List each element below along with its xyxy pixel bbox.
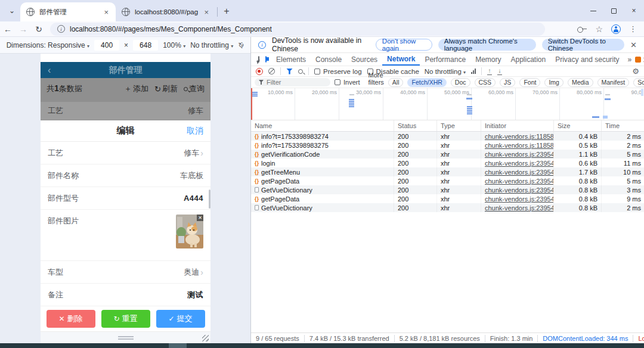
tab-memory[interactable]: Memory: [470, 53, 506, 66]
network-overview-timeline[interactable]: 10,000 ms 20,000 ms 30,000 ms 40,000 ms …: [251, 88, 644, 120]
tab-application[interactable]: Application: [506, 53, 550, 66]
tab-sources[interactable]: Sources: [346, 53, 382, 66]
type-pill-js[interactable]: JS: [500, 78, 515, 87]
table-row[interactable]: {}getPageData 200 xhr chunk-vendors.js:2…: [251, 176, 644, 185]
tab-elements[interactable]: Elements: [271, 53, 311, 66]
tab-close-icon[interactable]: ×: [203, 8, 210, 17]
tab-performance[interactable]: Performance: [420, 53, 470, 66]
type-pill-media[interactable]: Media: [568, 78, 593, 87]
back-button[interactable]: ←: [0, 24, 16, 34]
table-row[interactable]: {}getTreeMenu 200 xhr chunk-vendors.js:2…: [251, 167, 644, 176]
search-button[interactable]: 查询: [184, 83, 205, 94]
col-initiator[interactable]: Initiator: [481, 120, 554, 131]
tab-privacy-security[interactable]: Privacy and security: [550, 53, 624, 66]
network-search-icon[interactable]: [298, 69, 303, 74]
record-icon[interactable]: [256, 68, 263, 75]
col-name[interactable]: Name: [251, 120, 394, 131]
browser-tab-active[interactable]: 部件管理 ×: [20, 2, 116, 21]
remove-image-icon[interactable]: ✕: [197, 215, 203, 221]
network-settings-gear-icon[interactable]: ⚙: [632, 67, 639, 76]
infobar-close-icon[interactable]: ✕: [630, 41, 637, 49]
initiator-link[interactable]: chunk-vendors.js:23954: [485, 187, 554, 194]
type-pill-manifest[interactable]: Manifest: [597, 78, 630, 87]
resize-grip-icon[interactable]: [202, 335, 209, 341]
initiator-link[interactable]: chunk-vendors.js:23954: [485, 169, 554, 176]
dont-show-again-button[interactable]: Don't show again: [376, 39, 432, 51]
table-row[interactable]: {}login 200 xhr chunk-vendors.js:23954 0…: [251, 159, 644, 167]
export-har-icon[interactable]: ↓: [497, 68, 502, 75]
clear-icon[interactable]: [268, 68, 275, 74]
drag-handle[interactable]: [118, 336, 134, 340]
initiator-link[interactable]: chunk-vendors.js:23954: [485, 204, 554, 212]
browser-menu-icon[interactable]: ⋮: [629, 24, 637, 33]
browser-tab-inactive[interactable]: localhost:8080/#/pages/men ×: [116, 2, 216, 21]
table-row[interactable]: {}info?t=1753398983275 200 xhr chunk-ven…: [251, 141, 644, 150]
tab-network[interactable]: Network: [382, 53, 420, 66]
site-info-icon[interactable]: i: [57, 25, 65, 33]
inspect-element-icon[interactable]: [258, 56, 259, 63]
device-toolbar-menu-icon[interactable]: ⋮: [238, 41, 246, 49]
cancel-link[interactable]: 取消: [187, 126, 203, 136]
network-conditions-icon[interactable]: [471, 69, 476, 74]
new-tab-button[interactable]: +: [219, 4, 234, 19]
address-bar[interactable]: i localhost:8080/#/pages/mes/Mes_Compone…: [50, 23, 545, 36]
minimize-button[interactable]: [583, 0, 603, 21]
maximize-button[interactable]: [603, 0, 624, 21]
part-photo[interactable]: ✕: [176, 215, 203, 248]
throttling-select[interactable]: No throttling ▾: [190, 41, 233, 49]
forward-button[interactable]: →: [16, 24, 31, 34]
initiator-link[interactable]: chunk-vendors.js:23954: [485, 195, 554, 203]
bookmark-star-icon[interactable]: ☆: [595, 24, 603, 34]
field-remark[interactable]: 备注 测试: [41, 284, 210, 306]
dimensions-select[interactable]: Dimensions: Responsive ▾: [7, 41, 89, 49]
type-pill-font[interactable]: Font: [519, 78, 540, 87]
viewport-width-input[interactable]: [94, 40, 119, 51]
col-type[interactable]: Type: [437, 120, 481, 131]
table-row[interactable]: {}getPageData 200 xhr chunk-vendors.js:2…: [251, 194, 644, 203]
import-har-icon[interactable]: ↑: [487, 68, 492, 75]
col-size[interactable]: Size: [554, 120, 602, 131]
filter-input-wrap[interactable]: [255, 78, 330, 86]
field-part-model[interactable]: 部件型号 A444: [41, 187, 210, 210]
field-craft[interactable]: 工艺 修车›: [41, 142, 210, 164]
initiator-link[interactable]: chunk-vendors.js:11858: [485, 142, 554, 149]
initiator-link[interactable]: chunk-vendors.js:11858: [485, 133, 554, 140]
password-manager-icon[interactable]: [577, 27, 587, 32]
invert-checkbox[interactable]: Invert: [335, 79, 360, 86]
match-language-button[interactable]: Always match Chrome's language: [438, 39, 536, 51]
initiator-link[interactable]: chunk-vendors.js:23954: [485, 178, 554, 185]
type-pill-img[interactable]: Img: [544, 78, 564, 87]
zoom-select[interactable]: 100% ▾: [163, 41, 185, 49]
type-pill-fetch-xhr[interactable]: Fetch/XHR: [407, 78, 446, 87]
col-status[interactable]: Status: [394, 120, 437, 131]
initiator-link[interactable]: chunk-vendors.js:23954: [485, 160, 554, 167]
table-row[interactable]: GetVueDictionary 200 xhr chunk-vendors.j…: [251, 185, 644, 194]
col-time[interactable]: Time: [602, 120, 644, 131]
switch-to-chinese-button[interactable]: Switch DevTools to Chinese: [542, 39, 624, 51]
type-pill-css[interactable]: CSS: [475, 78, 496, 87]
throttling-dropdown[interactable]: No throttling ▾: [425, 68, 466, 75]
type-pill-doc[interactable]: Doc: [451, 78, 470, 87]
filter-toggle-icon[interactable]: [286, 69, 293, 74]
tab-console[interactable]: Console: [311, 53, 346, 66]
field-car-model[interactable]: 车型 奥迪›: [41, 261, 210, 284]
tab-search-chevron-icon[interactable]: ⌄: [4, 2, 20, 19]
add-button[interactable]: ＋添加: [124, 83, 148, 94]
preserve-log-checkbox[interactable]: Preserve log: [314, 68, 362, 75]
field-part-name[interactable]: 部件名称 车底板: [41, 164, 210, 187]
refresh-button[interactable]: ↻刷新: [154, 83, 178, 94]
list-item[interactable]: 工艺 修车: [41, 102, 210, 120]
reset-button[interactable]: ↻重置: [101, 310, 150, 328]
type-pill-all[interactable]: All: [388, 78, 404, 87]
initiator-link[interactable]: chunk-vendors.js:23954: [485, 151, 554, 158]
table-row[interactable]: {}info?t=1753398983274 200 xhr chunk-ven…: [251, 132, 644, 141]
reload-button[interactable]: ↻: [31, 24, 47, 34]
issues-badge[interactable]: 1: [635, 56, 644, 63]
viewport-height-input[interactable]: [133, 40, 158, 51]
more-tabs-icon[interactable]: »: [624, 55, 636, 64]
device-toolbar-toggle-icon[interactable]: [265, 56, 267, 63]
submit-button[interactable]: ✓提交: [156, 310, 205, 328]
close-button[interactable]: ×: [624, 0, 644, 21]
table-row[interactable]: {}getVierificationCode 200 xhr chunk-ven…: [251, 150, 644, 159]
delete-button[interactable]: ✕删除: [47, 310, 95, 328]
